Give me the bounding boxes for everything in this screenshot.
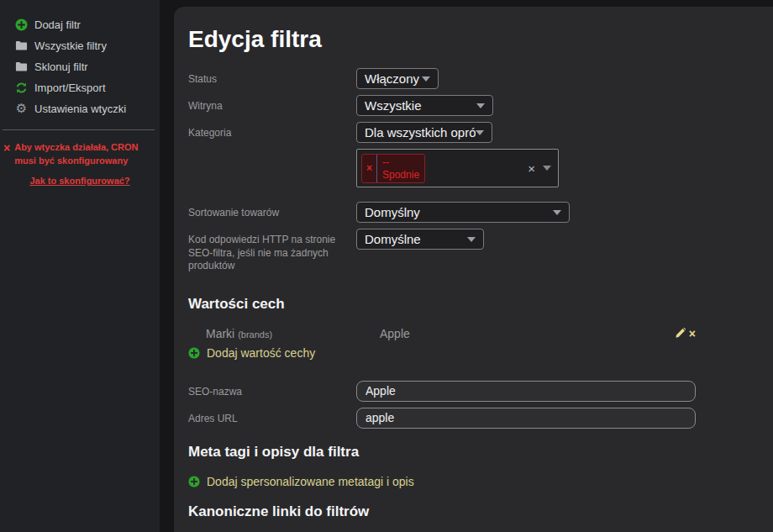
sorting-select-value: Domyślny: [365, 205, 420, 219]
page-title: Edycja filtra: [188, 25, 696, 54]
http-code-row: Kod odpowiedzi HTTP na stronie SEO-filtr…: [188, 229, 696, 273]
x-icon: ×: [3, 142, 10, 168]
sidebar-item-plugin-settings[interactable]: ⚙ Ustawienia wtyczki: [0, 98, 160, 119]
category-label: Kategoria: [188, 122, 356, 143]
feature-values-heading: Wartości cech: [188, 296, 696, 313]
gear-icon: ⚙: [15, 103, 28, 115]
status-select[interactable]: Włączony: [356, 68, 439, 89]
category-tag-line1: --: [382, 156, 419, 170]
feature-row: Marki (brands) Apple ×: [188, 326, 696, 341]
status-select-value: Włączony: [365, 71, 419, 86]
http-code-label: Kod odpowiedzi HTTP na stronie SEO-filtr…: [188, 229, 356, 273]
sidebar-item-label: Import/Eksport: [34, 82, 106, 94]
feature-code: (brands): [238, 329, 272, 340]
category-mode-value: Dla wszystkich oprócz: [365, 125, 476, 140]
clear-selection-icon[interactable]: ×: [528, 162, 535, 175]
add-feature-value-link[interactable]: Dodaj wartość cechy: [188, 345, 696, 361]
sidebar-item-label: Wszystkie filtry: [34, 40, 107, 52]
seo-name-label: SEO-nazwa: [188, 381, 356, 402]
feature-name-text: Marki: [206, 327, 234, 340]
status-label: Status: [188, 68, 356, 89]
meta-heading: Meta tagi i opisy dla filtra: [188, 444, 696, 461]
folder-icon: [15, 40, 28, 52]
category-row: Kategoria Dla wszystkich oprócz: [188, 122, 696, 143]
category-mode-select[interactable]: Dla wszystkich oprócz: [356, 122, 492, 143]
sorting-label: Sortowanie towarów: [188, 202, 356, 223]
site-label: Witryna: [188, 95, 356, 116]
site-row: Witryna Wszystkie: [188, 95, 696, 116]
feature-value: Apple: [380, 327, 410, 340]
category-multiselect[interactable]: × -- Spodnie ×: [356, 149, 559, 187]
feature-name: Marki (brands): [188, 327, 380, 340]
url-label: Adres URL: [188, 408, 356, 429]
site-select-value: Wszystkie: [365, 98, 422, 113]
plus-circle-icon: [15, 18, 28, 31]
configure-cron-link[interactable]: Jak to skonfigurować?: [0, 176, 160, 186]
sidebar-item-import-export[interactable]: Import/Eksport: [0, 77, 160, 98]
http-code-select[interactable]: Domyślne: [356, 229, 484, 250]
sidebar-item-clone-filter[interactable]: Sklonuj filtr: [0, 56, 160, 77]
category-tag: × -- Spodnie: [361, 154, 425, 183]
delete-x-icon[interactable]: ×: [689, 328, 696, 340]
chevron-down-icon: [476, 103, 485, 108]
folder-icon: [15, 61, 28, 73]
edit-pencil-icon[interactable]: [675, 328, 686, 340]
chevron-down-icon: [553, 210, 561, 215]
seo-name-input[interactable]: [356, 381, 696, 402]
sidebar-item-all-filters[interactable]: Wszystkie filtry: [0, 35, 160, 56]
tag-remove-icon[interactable]: ×: [362, 155, 377, 182]
category-tag-text: -- Spodnie: [377, 155, 419, 182]
main-panel: Edycja filtra Status Włączony Witryna Ws…: [174, 7, 773, 532]
add-link-label: Dodaj spersonalizowane metatagi i opis: [207, 475, 414, 488]
category-tag-line2: Spodnie: [382, 169, 419, 182]
cron-warning-text: Aby wtyczka działała, CRON musi być skon…: [14, 141, 153, 168]
chevron-down-icon: [422, 76, 430, 82]
sorting-select[interactable]: Domyślny: [356, 202, 570, 223]
add-link-label: Dodaj wartość cechy: [207, 346, 315, 360]
seo-name-row: SEO-nazwa: [188, 381, 696, 402]
seo-inputs: SEO-nazwa Adres URL: [188, 381, 696, 429]
sidebar-item-label: Dodaj filtr: [34, 18, 81, 31]
feature-actions: ×: [675, 328, 696, 340]
sidebar-item-add-filter[interactable]: Dodaj filtr: [0, 14, 160, 35]
url-row: Adres URL: [188, 408, 696, 429]
chevron-down-icon: [543, 166, 551, 171]
cron-warning: × Aby wtyczka działała, CRON musi być sk…: [0, 141, 160, 168]
sorting-row: Sortowanie towarów Domyślny: [188, 202, 696, 223]
site-select[interactable]: Wszystkie: [356, 95, 493, 116]
status-row: Status Włączony: [188, 68, 696, 89]
chevron-down-icon: [476, 130, 484, 135]
plus-circle-icon: [188, 476, 200, 487]
category-items-row: × -- Spodnie ×: [188, 149, 696, 196]
http-code-select-value: Domyślne: [365, 232, 421, 246]
add-meta-link[interactable]: Dodaj spersonalizowane metatagi i opis: [188, 474, 696, 489]
sidebar: Dodaj filtr Wszystkie filtry Sklonuj fil…: [0, 0, 160, 532]
filter-form: Status Włączony Witryna Wszystkie Katego…: [188, 68, 696, 273]
sidebar-item-label: Ustawienia wtyczki: [34, 103, 126, 115]
canonical-heading: Kanoniczne linki do filtrów: [188, 503, 696, 520]
sidebar-divider: [3, 129, 155, 130]
spacer-label: [188, 149, 356, 196]
chevron-down-icon: [467, 237, 476, 242]
url-input[interactable]: [356, 408, 696, 429]
plus-circle-icon: [188, 347, 200, 359]
sidebar-item-label: Sklonuj filtr: [34, 61, 88, 73]
sync-icon: [15, 82, 28, 94]
